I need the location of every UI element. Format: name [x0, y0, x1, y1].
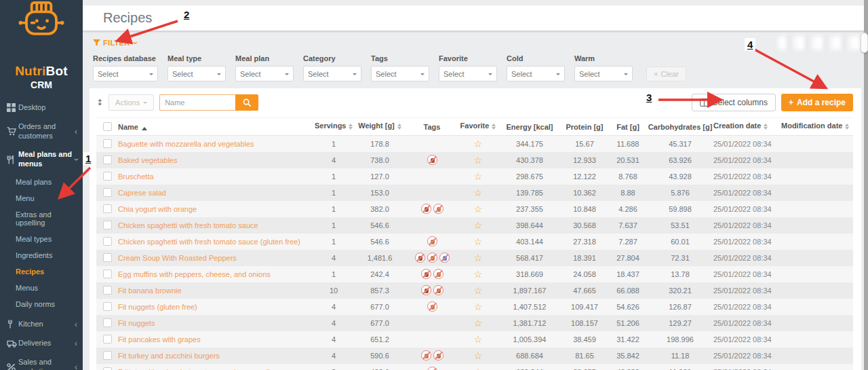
sidebar-item-kitchen[interactable]: Kitchen ‹: [0, 315, 83, 334]
cart-icon: [7, 127, 18, 136]
recipe-name-link[interactable]: Fit turkey and zucchini burgers: [118, 348, 315, 364]
favorite-star-icon[interactable]: ☆: [474, 334, 483, 345]
filter-select[interactable]: Select: [235, 66, 294, 81]
row-checkbox[interactable]: [103, 237, 112, 246]
favorite-star-icon[interactable]: ☆: [474, 367, 483, 370]
filter-select[interactable]: Select: [93, 66, 158, 81]
filter-select[interactable]: Select: [167, 66, 226, 81]
fat-cell: 7.287: [609, 234, 647, 250]
sidebar-subitem-extras-and-upselling[interactable]: Extras and upselling: [0, 206, 83, 231]
column-header-favorite[interactable]: Favorite: [457, 118, 499, 136]
creation-date-cell: 25/01/2022 08:34: [713, 331, 781, 348]
column-header-modification-date[interactable]: Modification date: [781, 118, 853, 136]
select-all-checkbox[interactable]: [103, 122, 112, 131]
column-header-creation-date[interactable]: Creation date: [713, 118, 781, 136]
search-input[interactable]: [159, 94, 235, 111]
favorite-star-icon[interactable]: ☆: [474, 301, 483, 312]
sidebar-item-sales-and-marketing[interactable]: Sales and marketing ‹: [0, 353, 83, 370]
no-gluten-tag-icon: [427, 253, 437, 263]
plus-icon: +: [789, 98, 793, 107]
carbs-cell: 13.78: [647, 266, 713, 282]
favorite-star-icon[interactable]: ☆: [474, 155, 483, 166]
favorite-star-icon[interactable]: ☆: [474, 269, 483, 280]
favorite-star-icon[interactable]: ☆: [474, 220, 483, 231]
scrollbar-track[interactable]: [864, 0, 868, 370]
sidebar-subitem-recipes[interactable]: Recipes: [0, 263, 83, 280]
column-header-tags[interactable]: Tags: [407, 118, 457, 136]
row-checkbox[interactable]: [103, 155, 112, 164]
favorite-star-icon[interactable]: ☆: [474, 171, 483, 182]
recipe-name-link[interactable]: Cream Soup With Roasted Peppers: [118, 250, 315, 266]
row-checkbox[interactable]: [103, 221, 112, 229]
recipe-name-link[interactable]: Fit nuggets: [118, 315, 315, 331]
fat-cell: 27.804: [609, 250, 647, 266]
favorite-star-icon[interactable]: ☆: [474, 204, 483, 215]
column-header-carbohydrates-g-[interactable]: Carbohydrates [g]: [647, 118, 713, 136]
sidebar-item-deliveries[interactable]: Deliveries ‹: [0, 334, 83, 353]
sidebar-subitem-daily-norms[interactable]: Daily norms: [0, 296, 83, 312]
row-checkbox[interactable]: [103, 351, 112, 360]
recipe-name-link[interactable]: Chia yogurt with orange: [118, 201, 315, 217]
row-checkbox[interactable]: [103, 172, 112, 181]
sidebar-item-desktop[interactable]: Desktop: [0, 98, 83, 117]
sort-direction-icon[interactable]: ↕: [96, 98, 103, 107]
sort-both-icon: [845, 122, 849, 132]
column-header-fat-g-[interactable]: Fat [g]: [609, 118, 647, 136]
row-checkbox[interactable]: [103, 253, 112, 262]
row-checkbox[interactable]: [103, 139, 112, 148]
sort-both-icon: [397, 122, 401, 132]
clear-filter-button[interactable]: ×Clear: [646, 67, 686, 81]
sidebar-subitem-ingredients[interactable]: Ingredients: [0, 247, 83, 263]
row-checkbox[interactable]: [103, 318, 112, 327]
favorite-star-icon[interactable]: ☆: [474, 285, 483, 296]
row-checkbox[interactable]: [103, 270, 112, 278]
row-checkbox[interactable]: [103, 204, 112, 213]
actions-button[interactable]: Actions: [108, 94, 154, 111]
column-header-energy-kcal-[interactable]: Energy [kcal]: [499, 118, 560, 136]
sidebar-item-meal-plans-and-menus[interactable]: Meal plans and menus ‹: [0, 145, 83, 174]
add-recipe-button[interactable]: +Add a recipe: [781, 94, 853, 111]
row-checkbox[interactable]: [103, 188, 112, 197]
recipe-name-link[interactable]: Fit nuggets (gluten free): [118, 299, 315, 315]
row-checkbox[interactable]: [103, 302, 112, 311]
column-header-servings[interactable]: Servings: [315, 118, 353, 136]
sidebar-item-orders-and-customers[interactable]: Orders and customers ‹: [0, 117, 83, 146]
filter-select[interactable]: Select: [439, 66, 497, 81]
recipe-name-link[interactable]: Fit pancakes with grapes: [118, 331, 315, 348]
favorite-star-icon[interactable]: ☆: [474, 350, 483, 361]
favorite-star-icon[interactable]: ☆: [474, 138, 483, 149]
recipe-name-link[interactable]: Frittata with spinach, tomatoes, and moz…: [118, 364, 315, 370]
favorite-star-icon[interactable]: ☆: [474, 236, 483, 247]
sidebar-subitem-meal-plans[interactable]: Meal plans: [0, 174, 83, 190]
favorite-star-icon[interactable]: ☆: [474, 253, 483, 263]
sidebar-subitem-meal-types[interactable]: Meal types: [0, 231, 83, 247]
scrollbar-thumb[interactable]: [861, 33, 868, 53]
row-checkbox[interactable]: [103, 335, 112, 344]
column-header-weight-g-[interactable]: Weight [g]: [353, 118, 407, 136]
recipe-name-link[interactable]: Bruschetta: [118, 168, 315, 185]
sidebar-subitem-menus[interactable]: Menus: [0, 280, 83, 296]
filter-select[interactable]: Select: [371, 66, 429, 81]
sidebar-subitem-menu[interactable]: Menu: [0, 190, 83, 206]
column-header-name[interactable]: Name: [118, 118, 315, 136]
filter-select[interactable]: Select: [507, 66, 565, 81]
recipe-name-link[interactable]: Chicken spaghetti with fresh tomato sauc…: [118, 217, 315, 234]
recipe-name-link[interactable]: Baked vegetables: [118, 152, 315, 168]
weight-cell: 127.0: [353, 168, 407, 185]
search-icon: [243, 98, 252, 107]
filter-select[interactable]: Select: [303, 66, 361, 81]
select-columns-button[interactable]: Select columns: [692, 94, 776, 111]
favorite-star-icon[interactable]: ☆: [474, 187, 483, 198]
recipe-name-link[interactable]: Caprese salad: [118, 185, 315, 201]
search-button[interactable]: [235, 94, 258, 111]
row-checkbox[interactable]: [103, 286, 112, 295]
filter-select[interactable]: Select: [574, 66, 633, 81]
page-title: Recipes: [103, 10, 152, 26]
recipe-name-link[interactable]: Chicken spaghetti with fresh tomato sauc…: [118, 234, 315, 250]
favorite-star-icon[interactable]: ☆: [474, 318, 483, 329]
recipe-name-link[interactable]: Fit banana brownie: [118, 282, 315, 299]
recipe-name-link[interactable]: Baguette with mozzarella and vegetables: [118, 136, 315, 152]
column-header-protein-g-[interactable]: Protein [g]: [560, 118, 609, 136]
row-checkbox[interactable]: [103, 367, 112, 370]
recipe-name-link[interactable]: Egg muffins with peppers, cheese, and on…: [118, 266, 315, 282]
